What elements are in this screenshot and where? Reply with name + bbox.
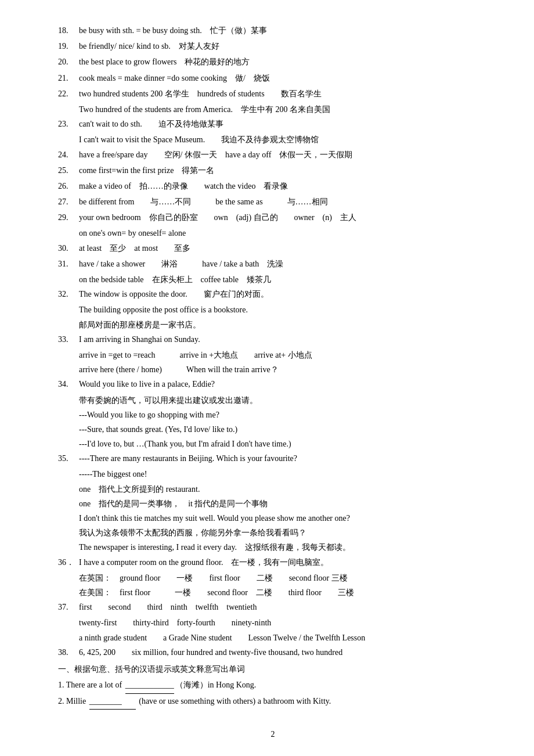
- sub-line: 邮局对面的那座楼房是一家书店。: [58, 318, 488, 332]
- sub-line: 在美国： first floor 一楼 second floor 二楼 thir…: [58, 585, 488, 600]
- sub-line: ---I'd love to, but …(Thank you, but I'm…: [58, 437, 488, 451]
- item-text: ----There are many restaurants in Beijin…: [79, 451, 488, 466]
- item-text: have a free/spare day 空闲/ 休假一天 have a da…: [79, 147, 488, 162]
- item-number: 22.: [58, 87, 79, 101]
- item-number: 34.: [58, 377, 79, 391]
- item-text: have / take a shower 淋浴 have / take a ba…: [79, 257, 488, 271]
- sub-line: ---Sure, that sounds great. (Yes, I'd lo…: [58, 422, 488, 437]
- sub-line: Two hundred of the students are from Ame…: [58, 102, 488, 117]
- sub-line: on one's own= by oneself= alone: [58, 226, 488, 240]
- sub-line: one 指代的是同一类事物， it 指代的是同一个事物: [58, 496, 488, 511]
- item-text: I have a computer room on the ground flo…: [79, 555, 488, 570]
- list-item: 18. be busy with sth. = be busy doing st…: [58, 23, 488, 38]
- list-item: 20. the best place to grow flowers 种花的最好…: [58, 55, 488, 69]
- item-text: can't wait to do sth. 迫不及待地做某事: [79, 117, 488, 131]
- sub-line: arrive in =get to =reach arrive in +大地点 …: [58, 348, 488, 362]
- item-text: two hundred students 200 名学生 hundreds of…: [79, 87, 488, 101]
- list-item: 26. make a video of 拍……的录像 watch the vid…: [58, 179, 488, 193]
- sub-line: one 指代上文所提到的 restaurant.: [58, 482, 488, 496]
- item-text: Would you like to live in a palace, Eddi…: [79, 377, 488, 391]
- sub-line: on the bedside table 在床头柜上 coffee table …: [58, 272, 488, 287]
- item-number: 32.: [58, 287, 79, 301]
- section-title: 一、根据句意、括号的汉语提示或英文释意写出单词: [58, 662, 488, 676]
- list-item: 29. your own bedroom 你自己的卧室 own (adj) 自己…: [58, 210, 488, 225]
- item-text: 6, 425, 200 six million, four hundred an…: [79, 645, 488, 660]
- item-number: 24.: [58, 147, 79, 162]
- list-item: 21. cook meals = make dinner =do some co…: [58, 71, 488, 85]
- fill-after: （海滩）in Hong Kong.: [175, 681, 257, 689]
- item-text: first second third ninth twelfth twentie…: [79, 600, 488, 614]
- item-number: 18.: [58, 23, 79, 38]
- list-item: 22. two hundred students 200 名学生 hundred…: [58, 87, 488, 101]
- sub-line: 带有委婉的语气，可以用来提出建议或发出邀请。: [58, 393, 488, 408]
- fill-item-1: 1. There are a lot of ____________（海滩）in…: [58, 678, 488, 694]
- sub-line: 我认为这条领带不太配我的西服，你能另外拿一条给我看看吗？: [58, 525, 488, 540]
- sub-line: arrive here (there / home) When will the…: [58, 362, 488, 377]
- item-number: 21.: [58, 71, 79, 85]
- list-item: 38. 6, 425, 200 six million, four hundre…: [58, 645, 488, 660]
- sub-line: I don't think this tie matches my suit w…: [58, 511, 488, 525]
- list-item: 33. I am arriving in Shanghai on Sunday.: [58, 332, 488, 347]
- list-item: 24. have a free/spare day 空闲/ 休假一天 have …: [58, 147, 488, 162]
- fill-blank[interactable]: ____________: [125, 678, 174, 694]
- item-text: come first=win the first prize 得第一名: [79, 163, 488, 178]
- list-item: 25. come first=win the first prize 得第一名: [58, 163, 488, 178]
- sub-line: ---Would you like to go shopping with me…: [58, 408, 488, 422]
- item-text: The window is opposite the door. 窗户在门的对面…: [79, 287, 488, 301]
- sub-line: -----The biggest one!: [58, 467, 488, 481]
- item-number: 23.: [58, 117, 79, 131]
- item-number: 30.: [58, 241, 79, 255]
- item-number: 31.: [58, 257, 79, 271]
- list-item: 34. Would you like to live in a palace, …: [58, 377, 488, 391]
- fill-num: 2.: [58, 697, 64, 705]
- item-number: 19.: [58, 39, 79, 53]
- item-number: 27.: [58, 195, 79, 209]
- item-text: make a video of 拍……的录像 watch the video 看…: [79, 179, 488, 193]
- sub-line: 在英国： ground floor 一楼 first floor 二楼 seco…: [58, 571, 488, 585]
- fill-blank[interactable]: ________: [89, 694, 136, 710]
- sub-line: twenty-first thirty-third forty-fourth n…: [58, 615, 488, 630]
- sub-line: The newspaper is interesting, I read it …: [58, 540, 488, 555]
- item-number: 29.: [58, 210, 79, 225]
- list-item: 19. be friendly/ nice/ kind to sb. 对某人友好: [58, 39, 488, 53]
- list-item: 32. The window is opposite the door. 窗户在…: [58, 287, 488, 301]
- item-number: 36．: [58, 555, 79, 570]
- sub-line: The building opposite the post office is…: [58, 303, 488, 317]
- item-text: be different from 与……不同 be the same as 与…: [79, 195, 488, 209]
- item-number: 35.: [58, 451, 79, 466]
- list-item: 27. be different from 与……不同 be the same …: [58, 195, 488, 209]
- sub-line: a ninth grade student a Grade Nine stude…: [58, 631, 488, 645]
- item-text: be busy with sth. = be busy doing sth. 忙…: [79, 23, 488, 38]
- list-item: 23. can't wait to do sth. 迫不及待地做某事: [58, 117, 488, 131]
- item-number: 38.: [58, 645, 79, 660]
- item-number: 20.: [58, 55, 79, 69]
- item-text: cook meals = make dinner =do some cookin…: [79, 71, 488, 85]
- item-number: 25.: [58, 163, 79, 178]
- sub-line: I can't wait to visit the Space Museum. …: [58, 132, 488, 147]
- item-number: 33.: [58, 332, 79, 347]
- list-item: 37. first second third ninth twelfth twe…: [58, 600, 488, 614]
- fill-before: Millie: [66, 697, 88, 705]
- list-item: 36． I have a computer room on the ground…: [58, 555, 488, 570]
- fill-before: There are a lot of: [66, 681, 124, 689]
- list-item: 31. have / take a shower 淋浴 have / take …: [58, 257, 488, 271]
- item-text: your own bedroom 你自己的卧室 own (adj) 自己的 ow…: [79, 210, 488, 225]
- item-text: I am arriving in Shanghai on Sunday.: [79, 332, 488, 347]
- item-text: be friendly/ nice/ kind to sb. 对某人友好: [79, 39, 488, 53]
- content-area: 18. be busy with sth. = be busy doing st…: [58, 23, 488, 710]
- page-number: 2: [58, 727, 488, 741]
- item-text: the best place to grow flowers 种花的最好的地方: [79, 55, 488, 69]
- item-number: 26.: [58, 179, 79, 193]
- list-item: 35. ----There are many restaurants in Be…: [58, 451, 488, 466]
- fill-item-2: 2. Millie ________ (have or use somethin…: [58, 694, 488, 710]
- item-number: 37.: [58, 600, 79, 614]
- item-text: at least 至少 at most 至多: [79, 241, 488, 255]
- fill-after: (have or use something with others) a ba…: [137, 697, 331, 705]
- fill-num: 1.: [58, 681, 64, 689]
- list-item: 30. at least 至少 at most 至多: [58, 241, 488, 255]
